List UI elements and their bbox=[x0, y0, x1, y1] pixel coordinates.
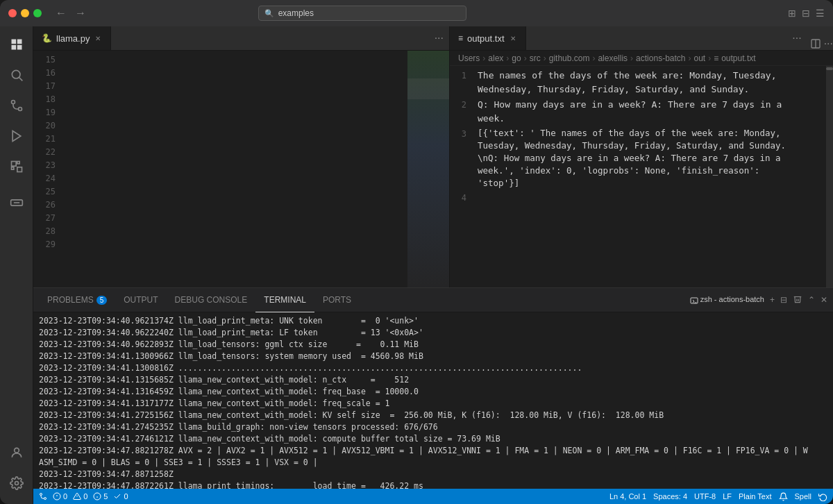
tab-output[interactable]: OUTPUT bbox=[115, 288, 166, 312]
tab-problems[interactable]: PROBLEMS 5 bbox=[39, 288, 115, 312]
back-button[interactable]: ← bbox=[53, 6, 69, 21]
split-icon[interactable]: ⊟ bbox=[802, 8, 810, 19]
activity-explorer[interactable] bbox=[4, 32, 29, 57]
output-line-3: 3 [{'text': ' The names of the days of t… bbox=[453, 127, 823, 190]
main-layout: 🐍 llama.py ✕ ··· 15161718 19202122 23 bbox=[0, 26, 833, 504]
svg-rect-9 bbox=[11, 162, 16, 167]
problems-label: PROBLEMS bbox=[47, 295, 94, 305]
status-spell[interactable]: Spell bbox=[795, 492, 811, 501]
activity-run[interactable] bbox=[4, 124, 29, 149]
status-errors[interactable]: 0 bbox=[53, 492, 67, 501]
svg-rect-0 bbox=[11, 40, 16, 44]
svg-rect-2 bbox=[11, 45, 16, 50]
warning-icon bbox=[73, 492, 81, 501]
left-code-editor[interactable]: 15161718 19202122 23242526 272829 pip in… bbox=[33, 51, 407, 287]
search-icon: 🔍 bbox=[264, 9, 274, 18]
tab-llama-close[interactable]: ✕ bbox=[94, 33, 102, 44]
search-text: examples bbox=[278, 8, 314, 18]
status-notifications[interactable] bbox=[779, 492, 788, 501]
status-bar: 0 0 5 0 Ln 4, Col 1 bbox=[33, 489, 833, 504]
code-line-21: config.json llama-2-7b-chat.Q5_K_M.gguf … bbox=[67, 133, 402, 146]
close-panel-icon[interactable]: ✕ bbox=[821, 295, 827, 305]
terminal-content[interactable]: 2023-12-23T09:34:40.9621374Z llm_load_pr… bbox=[33, 312, 833, 489]
breadcrumb-output-txt[interactable]: output.txt bbox=[721, 53, 755, 63]
status-info[interactable]: 5 bbox=[93, 492, 108, 501]
activity-search[interactable] bbox=[4, 62, 29, 87]
status-encoding[interactable]: UTF-8 bbox=[694, 492, 716, 501]
activity-extensions[interactable] bbox=[4, 154, 29, 179]
tab-debug-console[interactable]: DEBUG CONSOLE bbox=[167, 288, 256, 312]
tab-output-close[interactable]: ✕ bbox=[509, 33, 517, 44]
svg-point-21 bbox=[40, 494, 42, 496]
status-git[interactable] bbox=[39, 492, 47, 501]
split-terminal-icon[interactable]: ⊟ bbox=[780, 295, 787, 305]
maximize-button[interactable] bbox=[33, 9, 42, 17]
maximize-panel-icon[interactable]: ⌃ bbox=[808, 295, 815, 305]
status-position[interactable]: Ln 4, Col 1 bbox=[609, 492, 646, 501]
status-no-problems[interactable]: 0 bbox=[113, 492, 128, 501]
left-line-numbers: 15161718 19202122 23242526 272829 bbox=[33, 51, 61, 287]
tab-terminal[interactable]: TERMINAL bbox=[255, 288, 314, 312]
code-line-22 bbox=[67, 146, 402, 159]
right-editor-content[interactable]: 1 The names of the days of the week are:… bbox=[450, 66, 826, 287]
code-line-25 bbox=[67, 185, 402, 199]
output-line-1: 1 The names of the days of the week are:… bbox=[453, 69, 823, 96]
minimap-viewport bbox=[407, 78, 449, 99]
terminal-line-10: 2023-12-23T09:34:41.2745235Z llama_build… bbox=[39, 421, 827, 433]
status-warnings[interactable]: 0 bbox=[73, 492, 87, 501]
code-line-26: # load the large language model file bbox=[67, 199, 402, 212]
tab-output-txt[interactable]: ≡ output.txt ✕ bbox=[450, 26, 526, 50]
breadcrumb-alex[interactable]: alex bbox=[488, 53, 503, 63]
add-terminal-icon[interactable]: + bbox=[770, 295, 775, 305]
status-language[interactable]: Plain Text bbox=[739, 492, 772, 501]
search-bar[interactable]: 🔍 examples bbox=[258, 6, 466, 21]
status-sync[interactable] bbox=[818, 492, 827, 501]
svg-line-5 bbox=[19, 78, 22, 81]
vscode-window: ← → 🔍 examples ⊞ ⊟ ☰ bbox=[0, 0, 833, 504]
left-tab-more[interactable]: ··· bbox=[429, 26, 449, 50]
status-line-ending[interactable]: LF bbox=[723, 492, 732, 501]
breadcrumb-actions-batch[interactable]: actions-batch bbox=[636, 53, 685, 63]
more-actions-icon[interactable]: ··· bbox=[824, 37, 833, 50]
left-code-content[interactable]: pip install llama-cpp-python pip install… bbox=[61, 51, 407, 287]
breadcrumb-users[interactable]: Users bbox=[458, 53, 480, 63]
output-lines: 1 The names of the days of the week are:… bbox=[450, 66, 826, 287]
info-count: 5 bbox=[103, 492, 108, 501]
breadcrumb-github[interactable]: github.com bbox=[549, 53, 590, 63]
tab-output-label: output.txt bbox=[467, 33, 504, 44]
breadcrumb-alexellis[interactable]: alexellis bbox=[598, 53, 628, 63]
breadcrumb-out[interactable]: out bbox=[693, 53, 705, 63]
breadcrumb-src[interactable]: src bbox=[530, 53, 541, 63]
right-tab-more[interactable]: ··· bbox=[786, 26, 807, 50]
layout-icon[interactable]: ⊞ bbox=[788, 8, 796, 19]
tab-llama-py[interactable]: 🐍 llama.py ✕ bbox=[33, 26, 111, 50]
activity-account[interactable] bbox=[4, 440, 29, 465]
activity-remote[interactable] bbox=[4, 190, 29, 215]
terminal-line-3: 2023-12-23T09:34:40.9622893Z llm_load_te… bbox=[39, 339, 827, 351]
titlebar-icons: ⊞ ⊟ ☰ bbox=[788, 8, 825, 19]
right-scrollbar[interactable] bbox=[826, 66, 833, 287]
minimize-button[interactable] bbox=[21, 9, 29, 17]
split-editor-icon[interactable] bbox=[810, 38, 821, 49]
panels-icon[interactable]: ☰ bbox=[816, 8, 825, 19]
terminal-label: TERMINAL bbox=[264, 295, 306, 305]
debug-console-label: DEBUG CONSOLE bbox=[175, 295, 248, 305]
activity-settings[interactable] bbox=[4, 471, 29, 496]
panel: PROBLEMS 5 OUTPUT DEBUG CONSOLE TERMINAL… bbox=[33, 287, 833, 489]
code-line-16 bbox=[67, 67, 402, 80]
activity-source-control[interactable] bbox=[4, 93, 29, 118]
close-button[interactable] bbox=[8, 9, 17, 17]
code-line-23: cat > main.py <<EOF bbox=[67, 159, 402, 172]
kill-terminal-icon[interactable] bbox=[793, 294, 802, 306]
status-spaces[interactable]: Spaces: 4 bbox=[653, 492, 687, 501]
terminal-line-12: 2023-12-23T09:34:47.8821278Z AVX = 2 | A… bbox=[39, 445, 827, 457]
terminal-icon bbox=[690, 296, 698, 305]
tab-ports[interactable]: PORTS bbox=[314, 288, 360, 312]
svg-point-4 bbox=[12, 70, 20, 78]
breadcrumb-go[interactable]: go bbox=[512, 53, 521, 63]
code-line-15: pip install llama-cpp-python bbox=[67, 53, 402, 67]
terminal-line-15: 2023-12-23T09:34:47.8872261Z llama_print… bbox=[39, 480, 827, 489]
forward-button[interactable]: → bbox=[72, 6, 89, 21]
svg-rect-1 bbox=[17, 40, 22, 44]
activity-bottom bbox=[4, 440, 29, 498]
